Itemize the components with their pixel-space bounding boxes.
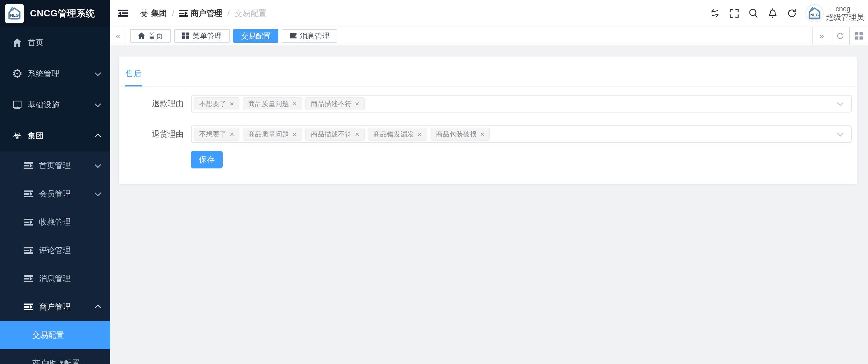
tag-close-icon[interactable] xyxy=(230,131,234,138)
reasons-multiselect[interactable]: 不想要了 商品质量问题 商品描述不符 xyxy=(191,95,851,112)
leaf-menu-item-label: 交易配置 xyxy=(32,330,64,340)
form-row: 退货理由 不想要了 商品质量问题 xyxy=(119,126,851,143)
tab[interactable]: 交易配置 xyxy=(233,29,278,43)
sidebar-group: 集团 首页管理 xyxy=(0,121,110,364)
reason-tag-label: 不想要了 xyxy=(199,130,226,139)
breadcrumb-item-label: 集团 xyxy=(151,8,167,19)
tab[interactable]: 消息管理 xyxy=(282,29,337,43)
sidebar-collapse-icon[interactable] xyxy=(118,9,128,18)
sidebar-item-icon xyxy=(13,101,22,109)
sidebar-item-icon xyxy=(13,69,22,78)
chevron-down-icon xyxy=(837,130,844,136)
section-tabs: 售后 xyxy=(119,57,857,87)
sidebar-group: 基础设施 xyxy=(0,89,110,121)
reason-tag-label: 商品描述不符 xyxy=(311,130,351,139)
leaf-menu-item[interactable]: 交易配置 xyxy=(0,321,110,349)
search-icon[interactable] xyxy=(747,7,760,20)
chevron-icon xyxy=(95,101,101,107)
reason-tag-label: 商品质量问题 xyxy=(248,99,289,108)
reason-tag: 商品包装破损 xyxy=(431,128,490,141)
tag-close-icon[interactable] xyxy=(292,100,297,107)
breadcrumb: 集团 商户管理 交易配置 xyxy=(140,8,267,19)
submenu-item-icon xyxy=(24,303,33,311)
svg-text:NLG: NLG xyxy=(10,13,19,18)
tab-label: 首页 xyxy=(148,31,163,41)
scroll-tabs-left-icon[interactable] xyxy=(110,27,126,45)
top-header: 集团 商户管理 交易配置 xyxy=(110,0,868,27)
chevron-icon xyxy=(95,162,101,168)
submenu-item-icon xyxy=(24,218,33,226)
breadcrumb-item[interactable]: 交易配置 xyxy=(235,8,267,19)
submenu-item-icon xyxy=(24,190,33,198)
submenu-item[interactable]: 消息管理 xyxy=(0,265,110,293)
app-logo-block: NLG CNCG管理系统 xyxy=(0,0,110,27)
sidebar-submenu: 首页管理 会员管理 xyxy=(0,152,110,364)
settings-card: 售后 退款理由 不想要了 商品 xyxy=(119,57,857,184)
sidebar-group: 首页 xyxy=(0,27,110,58)
submenu-item[interactable]: 收藏管理 xyxy=(0,208,110,236)
chevron-icon xyxy=(95,134,101,140)
breadcrumb-item-icon xyxy=(140,9,148,18)
tab[interactable]: 菜单管理 xyxy=(174,29,230,43)
refresh-tab-icon[interactable] xyxy=(831,27,849,45)
tab-label: 消息管理 xyxy=(300,31,329,41)
user-role: 超级管理员 xyxy=(826,13,864,22)
submenu-item-label: 收藏管理 xyxy=(39,217,100,228)
tag-close-icon[interactable] xyxy=(292,131,297,138)
sidebar-item-icon xyxy=(13,38,22,47)
reason-tag: 商品描述不符 xyxy=(305,128,364,141)
app-logo-icon: NLG xyxy=(5,4,24,23)
reason-tag-label: 不想要了 xyxy=(199,99,226,108)
submenu-item[interactable]: 商户管理 xyxy=(0,293,110,321)
svg-text:NLG: NLG xyxy=(810,13,819,17)
submenu-group: 会员管理 xyxy=(0,180,110,208)
breadcrumb-item-label: 交易配置 xyxy=(235,8,267,19)
app-title: CNCG管理系统 xyxy=(30,7,95,20)
refresh-icon[interactable] xyxy=(786,7,798,20)
tab-options-grid-icon[interactable] xyxy=(849,27,868,45)
user-info[interactable]: cncg 超级管理员 xyxy=(826,5,864,22)
tag-close-icon[interactable] xyxy=(355,131,359,138)
sidebar-menu: 首页 系统管理 基础设施 xyxy=(0,27,110,364)
swap-icon[interactable] xyxy=(709,7,721,20)
after-sales-form: 退款理由 不想要了 商品质量问题 xyxy=(119,87,857,168)
fullscreen-icon[interactable] xyxy=(728,7,740,20)
tag-close-icon[interactable] xyxy=(417,131,422,138)
leaf-menu-item[interactable]: 商户收款配置 xyxy=(0,349,110,364)
sidebar-item[interactable]: 基础设施 xyxy=(0,89,110,121)
submenu-item[interactable]: 评论管理 xyxy=(0,236,110,265)
submenu-group: 商户管理 交易配置 商户收款配置 xyxy=(0,293,110,364)
submenu-item-label: 首页管理 xyxy=(39,160,96,171)
breadcrumb-item[interactable]: 集团 xyxy=(140,8,179,19)
bell-icon[interactable] xyxy=(767,7,779,20)
tab-icon xyxy=(182,33,189,39)
reason-tag-label: 商品描述不符 xyxy=(311,99,351,108)
tag-close-icon[interactable] xyxy=(355,100,359,107)
scroll-tabs-right-icon[interactable] xyxy=(812,27,831,45)
tag-close-icon[interactable] xyxy=(230,100,234,107)
sidebar-item-label: 基础设施 xyxy=(28,99,96,110)
submenu-group: 评论管理 xyxy=(0,236,110,265)
submenu-item[interactable]: 会员管理 xyxy=(0,180,110,208)
breadcrumb-item[interactable]: 商户管理 xyxy=(179,8,235,19)
main-content: 售后 退款理由 不想要了 商品 xyxy=(110,45,868,364)
tag-close-icon[interactable] xyxy=(480,131,484,138)
submenu-group: 首页管理 xyxy=(0,152,110,180)
reason-tag: 不想要了 xyxy=(194,97,239,110)
submenu-item[interactable]: 首页管理 xyxy=(0,152,110,180)
user-org: cncg xyxy=(835,5,864,13)
tab[interactable]: 首页 xyxy=(130,29,171,43)
sidebar-item[interactable]: 集团 xyxy=(0,121,110,152)
breadcrumb-item-icon xyxy=(179,9,188,18)
form-row-label: 退款理由 xyxy=(119,98,191,109)
submenu-item-icon xyxy=(24,246,33,255)
save-button[interactable]: 保存 xyxy=(191,151,223,168)
sidebar-item[interactable]: 首页 xyxy=(0,27,110,58)
open-tabs: 首页 菜单管理 交易配置 消息管理 xyxy=(126,27,812,45)
reasons-multiselect[interactable]: 不想要了 商品质量问题 商品描述不符 商 xyxy=(191,126,851,143)
form-row-label: 退货理由 xyxy=(119,129,191,140)
sidebar-item-label: 集团 xyxy=(28,131,96,141)
tab-after-sales[interactable]: 售后 xyxy=(125,57,142,87)
user-avatar[interactable]: NLG xyxy=(805,4,824,22)
sidebar-item[interactable]: 系统管理 xyxy=(0,58,110,89)
